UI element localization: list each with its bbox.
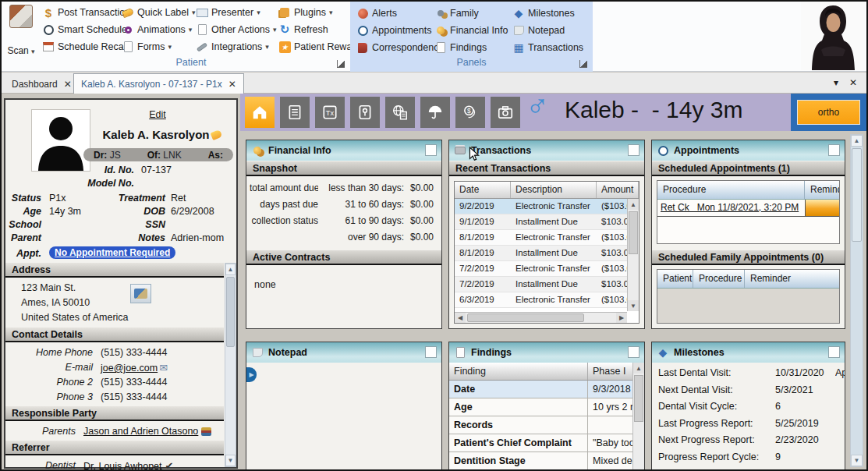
patient-group-launcher[interactable] — [337, 60, 345, 68]
family-panel-toggle[interactable]: Family — [433, 5, 511, 22]
transactions-vertical-scrollbar[interactable]: ▲ ▼ — [627, 199, 639, 311]
patient-rewards-button[interactable]: ★Patient Rewards — [277, 38, 361, 55]
finding-row[interactable]: Patient's Chief Complaint"Baby tooth ha — [449, 434, 632, 452]
milestones-panel-toggle[interactable]: ◆Milestones — [511, 5, 592, 22]
checklist-tab-icon[interactable] — [280, 97, 310, 128]
panels-group-launcher[interactable] — [579, 60, 587, 68]
parents-link[interactable]: Jason and Adrien Otasono — [83, 426, 198, 437]
close-icon[interactable]: ✕ — [229, 79, 236, 90]
transaction-row[interactable]: 9/1/2019Installment Due$103.0 — [455, 214, 639, 230]
notepad-expand-tab[interactable]: ▶ — [246, 367, 257, 382]
patient-record-tab-icon[interactable] — [350, 97, 380, 128]
edit-link[interactable]: Edit — [122, 109, 193, 120]
transactions-horizontal-scrollbar[interactable]: ◀ ▶ — [455, 312, 627, 323]
appointments-panel-header[interactable]: Appointments — [652, 140, 845, 161]
main-scrollbar[interactable]: ▲ ▼ — [850, 134, 863, 467]
transaction-row[interactable]: 8/1/2019Electronic Transfer($103.0 — [455, 230, 639, 246]
panel-checkbox[interactable] — [628, 144, 639, 156]
financial-info-panel-header[interactable]: Financial Info — [246, 140, 441, 161]
scrollbar-thumb[interactable] — [226, 277, 235, 347]
notepad-panel-header[interactable]: Notepad — [246, 342, 441, 363]
card-scrollbar[interactable]: ▲ ▼ — [225, 263, 236, 467]
animations-button[interactable]: Animations▾ — [120, 21, 193, 38]
correspondence-panel-toggle[interactable]: Correspondence — [355, 39, 433, 56]
appointment-row[interactable]: Ret Ck Mon 11/8/2021, 3:20 PM — [657, 200, 839, 217]
scroll-up-arrow[interactable]: ▲ — [851, 135, 863, 147]
finding-row[interactable]: Date9/3/2018 — [449, 381, 632, 398]
integrations-button[interactable]: Integrations▾ — [194, 38, 275, 55]
tab-patient[interactable]: Kaleb A. Kasrolyon - 07-137 - P1x✕ — [73, 73, 244, 94]
col-phase[interactable]: Phase I — [588, 363, 632, 380]
col-finding[interactable]: Finding — [449, 363, 588, 380]
plugins-button[interactable]: Plugins▾ — [277, 4, 361, 21]
post-transaction-button[interactable]: $Post Transaction — [41, 4, 119, 21]
scroll-up-arrow[interactable]: ▲ — [225, 264, 236, 275]
scroll-up-arrow[interactable]: ▲ — [628, 199, 639, 210]
findings-panel-header[interactable]: Findings — [449, 342, 644, 363]
tab-dashboard[interactable]: Dashboard✕ — [5, 75, 79, 94]
panel-checkbox[interactable] — [425, 144, 437, 156]
ortho-button[interactable]: ortho — [797, 100, 860, 125]
col-reminder[interactable]: Reminder — [745, 270, 839, 288]
col-reminder[interactable]: Reminder — [805, 181, 839, 199]
transaction-row[interactable]: 8/1/2019Installment Due$103.0 — [455, 246, 639, 261]
map-button[interactable] — [130, 284, 151, 303]
forms-button[interactable]: Forms▾ — [120, 38, 193, 55]
quick-label-button[interactable]: Quick Label▾ — [120, 4, 193, 21]
financial-info-panel-toggle[interactable]: Financial Info — [433, 22, 511, 39]
transaction-row[interactable]: 7/2/2019Installment Due$103.0 — [455, 277, 639, 292]
dentist-link[interactable]: Dr. Louis Awhopet — [83, 461, 162, 471]
transaction-row[interactable]: 7/2/2019Electronic Transfer($103.0 — [455, 261, 639, 277]
close-icon[interactable]: ✕ — [64, 79, 72, 90]
milestones-panel-header[interactable]: ◆ Milestones — [652, 342, 845, 363]
col-patient[interactable]: Patient — [657, 270, 693, 288]
reminder-cell[interactable] — [805, 200, 839, 216]
refresh-button[interactable]: ↻Refresh — [277, 21, 361, 38]
close-tab-button[interactable]: ✕ — [849, 77, 857, 88]
panel-checkbox[interactable] — [828, 346, 840, 358]
camera-imaging-tab-icon[interactable] — [491, 97, 520, 128]
finding-row[interactable]: Age10 yrs 2 mon — [449, 398, 632, 416]
transaction-row[interactable]: 6/3/2019Electronic Transfer($103.0 — [455, 292, 639, 308]
scroll-right-arrow[interactable]: ▶ — [616, 313, 627, 323]
transactions-panel-toggle[interactable]: ▦Transactions — [511, 39, 592, 56]
appointments-panel-toggle[interactable]: Appointments — [355, 22, 433, 39]
presenter-button[interactable]: Presenter▾ — [194, 4, 275, 21]
scroll-left-arrow[interactable]: ◀ — [455, 313, 466, 323]
appointment-status-pill[interactable]: No Appointment Required — [49, 246, 175, 259]
web-forms-tab-icon[interactable] — [385, 97, 415, 128]
smart-scheduler-button[interactable]: Smart Scheduler — [41, 21, 119, 38]
col-amount[interactable]: Amount — [597, 182, 639, 198]
finding-row[interactable]: Dentition StageMixed dentitio — [449, 452, 632, 470]
col-description[interactable]: Description — [511, 182, 597, 198]
tx-treatment-tab-icon[interactable]: Tx — [315, 97, 345, 128]
col-procedure[interactable]: Procedure — [657, 181, 805, 199]
panel-checkbox[interactable] — [628, 346, 639, 358]
finding-row[interactable]: Records — [449, 416, 632, 434]
findings-panel-toggle[interactable]: Findings — [433, 39, 511, 56]
alerts-panel-toggle[interactable]: Alerts — [355, 5, 433, 22]
patient-photo[interactable] — [31, 109, 90, 172]
col-date[interactable]: Date — [455, 182, 511, 198]
scroll-down-arrow[interactable]: ▼ — [628, 300, 639, 311]
scroll-down-arrow[interactable]: ▼ — [851, 455, 863, 466]
schedule-recall-button[interactable]: Schedule Recall — [41, 38, 119, 55]
envelope-icon[interactable]: ✉ — [159, 362, 168, 374]
scan-button[interactable]: Scan ▾ — [4, 3, 38, 58]
email-link[interactable]: joe@joe.com — [101, 363, 158, 374]
findings-scrollbar[interactable]: ▲ — [632, 363, 644, 471]
panel-checkbox[interactable] — [425, 346, 437, 358]
insurance-umbrella-tab-icon[interactable] — [420, 97, 450, 128]
scroll-up-arrow[interactable]: ▲ — [633, 363, 644, 374]
financial-tab-icon[interactable]: $ — [455, 97, 485, 128]
panel-checkbox[interactable] — [828, 144, 840, 156]
col-procedure[interactable]: Procedure — [693, 270, 745, 288]
scrollbar-thumb[interactable] — [852, 148, 862, 242]
appointment-link[interactable]: Ret Ck Mon 11/8/2021, 3:20 PM — [657, 200, 805, 216]
home-tab-icon[interactable] — [245, 97, 275, 128]
notepad-panel-toggle[interactable]: Notepad — [511, 22, 592, 39]
transactions-panel-header[interactable]: Transactions — [449, 140, 644, 161]
other-actions-button[interactable]: Other Actions▾ — [194, 21, 275, 38]
transaction-row[interactable]: 9/2/2019Electronic Transfer($103.0 — [455, 199, 639, 214]
tab-list-dropdown[interactable]: ▾ — [834, 77, 838, 88]
